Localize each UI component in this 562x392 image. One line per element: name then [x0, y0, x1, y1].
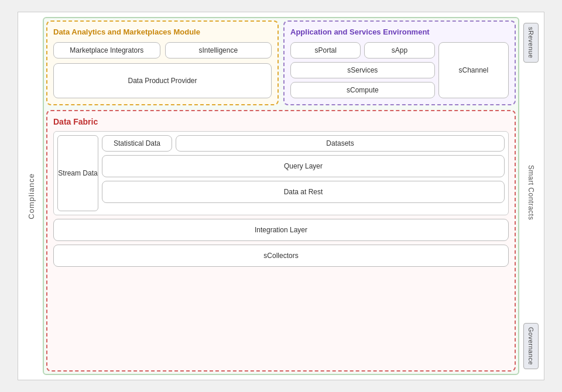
scollectors-box: sCollectors	[53, 245, 509, 267]
scompute-box: sCompute	[290, 82, 435, 98]
analytics-module-title: Data Analytics and Marketplaces Module	[53, 27, 272, 37]
sapp-box: sApp	[364, 42, 434, 59]
architecture-diagram: Compliance Data Analytics and Marketplac…	[18, 12, 544, 380]
compliance-label: Compliance	[23, 17, 39, 375]
right-labels: sRevenue Smart Contracts Governance	[523, 17, 539, 375]
marketplace-integrators-box: Marketplace Integrators	[53, 42, 160, 59]
query-layer-box: Query Layer	[102, 155, 505, 177]
fabric-top-section: Stream Data Statistical Data Datasets Qu…	[53, 131, 509, 215]
top-modules-row: Data Analytics and Marketplaces Module M…	[46, 20, 516, 105]
fabric-module: Data Fabric Stream Data Statistical Data…	[46, 110, 516, 372]
fabric-module-title: Data Fabric	[53, 117, 509, 126]
app-services-module: Application and Services Environment sPo…	[283, 20, 516, 105]
app-services-module-title: Application and Services Environment	[290, 27, 509, 37]
data-at-rest-box: Data at Rest	[102, 181, 505, 203]
main-content-area: Data Analytics and Marketplaces Module M…	[43, 17, 519, 375]
sportal-box: sPortal	[290, 42, 361, 59]
fabric-right-section: Statistical Data Datasets Query Layer Da…	[102, 135, 505, 211]
data-product-provider-box: Data Product Provider	[53, 63, 272, 98]
governance-box: Governance	[523, 323, 539, 369]
sintelligence-box: sIntelligence	[165, 42, 272, 59]
fabric-top-right-row: Statistical Data Datasets	[102, 135, 505, 152]
schannel-box: sChannel	[438, 42, 509, 98]
analytics-top-row: Marketplace Integrators sIntelligence	[53, 42, 272, 59]
app-services-grid: sPortal sApp sChannel sServices sCompute	[290, 42, 509, 98]
datasets-box: Datasets	[176, 135, 505, 152]
statistical-data-box: Statistical Data	[102, 135, 172, 152]
stream-data-box: Stream Data	[57, 135, 98, 211]
integration-layer-box: Integration Layer	[53, 219, 509, 241]
sservices-box: sServices	[290, 62, 435, 78]
fabric-inner: Stream Data Statistical Data Datasets Qu…	[53, 131, 509, 267]
analytics-module: Data Analytics and Marketplaces Module M…	[46, 20, 279, 105]
srevenue-box: sRevenue	[523, 23, 539, 63]
smart-contracts-label: Smart Contracts	[527, 165, 535, 220]
